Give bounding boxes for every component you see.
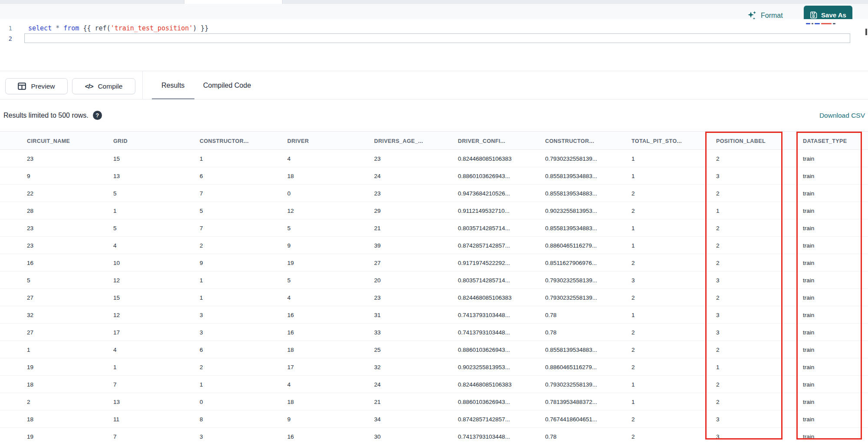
active-file-tab[interactable] xyxy=(184,0,283,4)
table-cell: 3 xyxy=(200,306,280,324)
table-cell: 2 xyxy=(716,376,796,393)
table-cell: 1 xyxy=(200,376,280,393)
table-cell: 4 xyxy=(287,376,368,393)
table-cell: 32 xyxy=(27,306,107,324)
table-cell: 12 xyxy=(287,202,368,219)
preview-button[interactable]: Preview xyxy=(5,78,68,94)
table-cell: 0.8860465116279... xyxy=(545,358,625,376)
table-cell: 18 xyxy=(287,167,368,185)
column-header: DRIVER xyxy=(287,132,368,150)
table-cell: 0.8860103626943... xyxy=(458,341,538,358)
table-cell: 4 xyxy=(113,341,194,358)
table-cell: 20 xyxy=(374,271,454,289)
code-token: {{ xyxy=(79,24,95,32)
table-cell: 0.9112149532710... xyxy=(458,202,538,219)
download-csv-link[interactable]: Download CSV xyxy=(819,99,865,131)
table-cell: 18 xyxy=(27,410,107,428)
format-label: Format xyxy=(761,12,783,20)
table-cell: 0.9473684210526... xyxy=(458,185,538,202)
table-row: 14618250.8860103626943...0.8558139534883… xyxy=(0,341,868,358)
column-header: DRIVER_CONFI... xyxy=(458,132,538,150)
table-cell: 0.7413793103448... xyxy=(458,306,538,324)
table-cell: 19 xyxy=(27,358,107,376)
tab-compiled-code[interactable]: Compiled Code xyxy=(203,71,251,99)
table-cell: 15 xyxy=(113,289,194,306)
table-cell: 11 xyxy=(113,410,194,428)
editor-toolbar: Format Save As xyxy=(0,4,868,19)
table-cell: 7 xyxy=(113,428,194,443)
table-header-row: CIRCUIT_NAMEGRIDCONSTRUCTOR...DRIVERDRIV… xyxy=(0,131,868,150)
table-cell: 16 xyxy=(287,428,368,443)
table-cell: 29 xyxy=(374,202,454,219)
table-cell: 1 xyxy=(631,237,712,254)
table-cell: 25 xyxy=(374,341,454,358)
table-cell: 2 xyxy=(631,358,712,376)
table-cell: train xyxy=(803,428,868,443)
table-cell: 17 xyxy=(113,324,194,341)
code-token: ) }} xyxy=(193,24,208,32)
column-header: DATASET_TYPE xyxy=(803,132,868,150)
column-header: CONSTRUCTOR... xyxy=(200,132,280,150)
save-as-label: Save As xyxy=(821,11,846,19)
table-cell: 7 xyxy=(200,185,280,202)
table-cell: 1 xyxy=(631,376,712,393)
table-cell: 0.8860103626943... xyxy=(458,393,538,410)
table-cell: 5 xyxy=(113,219,194,237)
table-cell: 5 xyxy=(287,271,368,289)
table-cell: train xyxy=(803,271,868,289)
table-cell: 0 xyxy=(200,393,280,410)
table-cell: 0.8558139534883... xyxy=(545,219,625,237)
table-cell: 9 xyxy=(200,254,280,271)
table-cell: 0.7930232558139... xyxy=(545,376,625,393)
table-cell: 3 xyxy=(716,167,796,185)
table-cell: 1 xyxy=(113,358,194,376)
editor-scrollbar-thumb[interactable] xyxy=(865,29,867,35)
table-cell: 0.8742857142857... xyxy=(458,237,538,254)
table-cell: 18 xyxy=(287,393,368,410)
action-bar: Preview </> Compile Results Compiled Cod… xyxy=(0,71,868,99)
table-row: 271514230.8244680851063830.7930232558139… xyxy=(0,289,868,306)
help-icon[interactable]: ? xyxy=(93,111,102,120)
tab-compiled-code-label: Compiled Code xyxy=(203,82,251,89)
table-cell: 23 xyxy=(374,185,454,202)
line-number-1: 1 xyxy=(0,25,16,32)
table-cell: 5 xyxy=(113,185,194,202)
table-cell: 1 xyxy=(200,150,280,167)
table-row: 2717316330.7413793103448...0.7823train xyxy=(0,324,868,341)
table-cell: 2 xyxy=(631,324,712,341)
table-cell: 2 xyxy=(200,237,280,254)
table-grid-icon xyxy=(18,83,26,90)
table-cell: 3 xyxy=(200,428,280,443)
table-row: 191217320.9023255813953...0.886046511627… xyxy=(0,358,868,376)
table-row: 23575210.8035714285714...0.8558139534883… xyxy=(0,219,868,237)
table-cell: 23 xyxy=(27,150,107,167)
table-cell: 8 xyxy=(200,410,280,428)
table-cell: 9 xyxy=(287,237,368,254)
table-cell: 1 xyxy=(631,219,712,237)
sql-code-editor[interactable]: 1 select * from {{ ref('train_test_posit… xyxy=(0,19,868,71)
table-cell: 4 xyxy=(287,150,368,167)
table-cell: 2 xyxy=(631,202,712,219)
table-cell: 23 xyxy=(27,219,107,237)
table-cell: 16 xyxy=(27,254,107,271)
results-limit-text: Results limited to 500 rows. ? xyxy=(3,99,102,131)
compile-button[interactable]: </> Compile xyxy=(72,78,135,94)
table-cell: 0.7930232558139... xyxy=(545,271,625,289)
table-cell: 1 xyxy=(113,202,194,219)
tab-results[interactable]: Results xyxy=(161,71,184,99)
table-cell: 3 xyxy=(200,324,280,341)
table-cell: 0.78 xyxy=(545,428,625,443)
column-header: DRIVERS_AGE_... xyxy=(374,132,454,150)
table-row: 231514230.8244680851063830.7930232558139… xyxy=(0,150,868,167)
table-row: 213018210.8860103626943...0.781395348837… xyxy=(0,393,868,410)
table-cell: 17 xyxy=(287,358,368,376)
table-cell: train xyxy=(803,254,868,271)
table-cell: 2 xyxy=(27,393,107,410)
table-cell: 18 xyxy=(287,341,368,358)
preview-label: Preview xyxy=(31,83,55,90)
table-cell: 0.78 xyxy=(545,324,625,341)
code-line-1-text: select * from {{ ref('train_test_positio… xyxy=(16,24,208,32)
table-cell: 18 xyxy=(27,376,107,393)
table-cell: 3 xyxy=(716,324,796,341)
table-cell: 0.8558139534883... xyxy=(545,185,625,202)
